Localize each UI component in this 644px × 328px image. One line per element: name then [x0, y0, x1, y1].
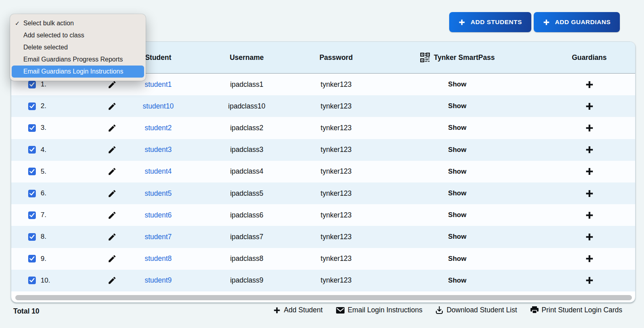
- row-checkbox[interactable]: [28, 124, 36, 132]
- row-select-cell: 2.: [11, 102, 100, 110]
- student-link[interactable]: student10: [143, 102, 174, 111]
- add-student-link[interactable]: Add Student: [273, 306, 322, 314]
- edit-student-button[interactable]: [100, 276, 124, 285]
- row-checkbox[interactable]: [28, 211, 36, 219]
- row-select-cell: 8.: [11, 233, 100, 241]
- username-cell: ipadclass9: [192, 276, 301, 285]
- password-cell: tynker123: [301, 276, 371, 285]
- student-link[interactable]: student3: [144, 146, 171, 154]
- edit-student-button[interactable]: [100, 254, 124, 263]
- bulk-action-menu: ✓ Select bulk action Add selected to cla…: [10, 14, 146, 81]
- qr-code-icon: [420, 52, 430, 63]
- smartpass-show-link[interactable]: Show: [448, 233, 466, 241]
- edit-student-button[interactable]: [100, 167, 124, 176]
- bulk-menu-item[interactable]: Email Guardians Progress Reports: [12, 53, 144, 66]
- smartpass-show-link[interactable]: Show: [448, 277, 466, 285]
- table-row: 4. student3 ipadclass3 tynker123 Show: [11, 139, 635, 161]
- smartpass-show-link[interactable]: Show: [448, 211, 466, 219]
- username-cell: ipadclass10: [192, 102, 301, 111]
- student-link[interactable]: student4: [144, 167, 171, 176]
- plus-icon: [585, 167, 594, 176]
- username-cell: ipadclass6: [192, 211, 301, 219]
- row-number: 9.: [41, 255, 46, 263]
- row-number: 3.: [41, 124, 46, 132]
- row-checkbox[interactable]: [28, 255, 36, 262]
- student-link[interactable]: student2: [144, 124, 171, 132]
- student-link[interactable]: student7: [144, 233, 171, 241]
- row-checkbox[interactable]: [28, 190, 36, 197]
- add-students-button[interactable]: ADD STUDENTS: [449, 12, 531, 32]
- column-header-smartpass-label: Tynker SmartPass: [434, 53, 495, 62]
- add-guardian-button[interactable]: [543, 233, 635, 241]
- add-guardian-button[interactable]: [543, 80, 635, 89]
- total-count: Total 10: [13, 307, 39, 316]
- pencil-icon: [107, 211, 117, 220]
- password-cell: tynker123: [301, 124, 371, 132]
- smartpass-show-link[interactable]: Show: [448, 189, 466, 197]
- column-header-username: Username: [192, 53, 301, 62]
- add-guardian-button[interactable]: [543, 254, 635, 263]
- row-checkbox[interactable]: [28, 146, 36, 154]
- username-cell: ipadclass2: [192, 124, 301, 132]
- add-guardian-button[interactable]: [543, 124, 635, 132]
- smartpass-show-link[interactable]: Show: [448, 168, 466, 176]
- smartpass-show-link[interactable]: Show: [448, 80, 466, 88]
- row-checkbox[interactable]: [28, 277, 36, 284]
- row-checkbox[interactable]: [28, 102, 36, 110]
- student-link[interactable]: student1: [144, 80, 171, 89]
- plus-icon: [543, 19, 550, 26]
- plus-icon: [585, 254, 594, 263]
- edit-student-button[interactable]: [100, 123, 124, 133]
- edit-student-button[interactable]: [100, 145, 124, 154]
- student-link[interactable]: student6: [144, 211, 171, 219]
- print-student-login-cards-link[interactable]: Print Student Login Cards: [530, 306, 622, 314]
- student-link[interactable]: student9: [144, 276, 171, 285]
- add-guardian-button[interactable]: [543, 167, 635, 176]
- pencil-icon: [107, 123, 117, 133]
- row-select-cell: 7.: [11, 211, 100, 219]
- bulk-menu-item[interactable]: ✓ Select bulk action: [12, 17, 144, 29]
- row-select-cell: 5.: [11, 168, 100, 176]
- add-guardians-button[interactable]: ADD GUARDIANS: [534, 12, 620, 32]
- add-guardian-button[interactable]: [543, 146, 635, 154]
- email-login-instructions-link[interactable]: Email Login Instructions: [336, 306, 423, 314]
- smartpass-show-link[interactable]: Show: [448, 146, 466, 154]
- download-student-list-link[interactable]: Download Student List: [436, 306, 517, 314]
- header-actions: ADD STUDENTS ADD GUARDIANS: [449, 12, 620, 32]
- row-checkbox[interactable]: [28, 233, 36, 241]
- add-guardian-button[interactable]: [543, 211, 635, 219]
- plus-icon: [585, 276, 594, 285]
- smartpass-show-link[interactable]: Show: [448, 124, 466, 132]
- bulk-menu-item[interactable]: Add selected to class: [12, 29, 144, 41]
- password-cell: tynker123: [301, 80, 371, 89]
- bulk-menu-item[interactable]: Email Guardians Login Instructions: [12, 66, 144, 78]
- row-checkbox[interactable]: [28, 168, 36, 175]
- username-cell: ipadclass4: [192, 167, 301, 176]
- add-guardian-button[interactable]: [543, 102, 635, 111]
- table-body: 1. student1 ipadclass1 tynker123 Show: [11, 74, 635, 291]
- row-select-cell: 4.: [11, 146, 100, 154]
- add-students-label: ADD STUDENTS: [471, 18, 522, 26]
- student-link[interactable]: student5: [144, 189, 171, 198]
- add-guardian-button[interactable]: [543, 276, 635, 285]
- row-select-cell: 9.: [11, 255, 100, 263]
- row-number: 10.: [41, 277, 50, 285]
- edit-student-button[interactable]: [100, 102, 124, 111]
- edit-student-button[interactable]: [100, 189, 124, 198]
- edit-student-button[interactable]: [100, 232, 124, 242]
- smartpass-show-link[interactable]: Show: [448, 102, 466, 110]
- pencil-icon: [107, 80, 117, 89]
- row-number: 2.: [41, 102, 46, 110]
- student-link[interactable]: student8: [144, 254, 171, 263]
- horizontal-scrollbar[interactable]: [15, 295, 632, 300]
- add-guardian-button[interactable]: [543, 189, 635, 198]
- pencil-icon: [107, 102, 117, 111]
- bulk-menu-item[interactable]: Delete selected: [12, 41, 144, 53]
- download-student-list-label: Download Student List: [446, 306, 517, 314]
- username-cell: ipadclass5: [192, 189, 301, 198]
- bulk-menu-item-label: Select bulk action: [23, 20, 74, 27]
- row-checkbox[interactable]: [28, 81, 36, 88]
- edit-student-button[interactable]: [100, 211, 124, 220]
- smartpass-show-link[interactable]: Show: [448, 255, 466, 263]
- edit-student-button[interactable]: [100, 80, 124, 89]
